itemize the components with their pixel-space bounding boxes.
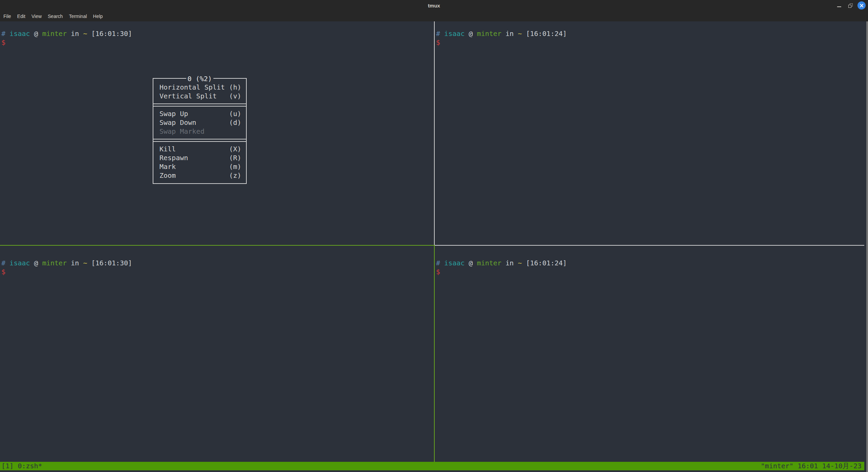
prompt-hash: # — [436, 259, 440, 267]
menubar-item-search[interactable]: Search — [45, 12, 66, 20]
menubar-item-terminal[interactable]: Terminal — [66, 12, 90, 20]
menubar-item-view[interactable]: View — [29, 12, 45, 20]
menu-item-label: Horizontal Split — [159, 83, 225, 92]
pane-bottom-right[interactable]: # isaac @ minter in ~ [16:01:24]$ — [436, 259, 567, 276]
minimize-button[interactable] — [835, 1, 843, 10]
prompt-hash: # — [436, 30, 440, 38]
menu-item-mark[interactable]: Mark (m) — [153, 162, 246, 171]
prompt-at: @ — [34, 30, 38, 38]
pane-bottom-left[interactable]: # isaac @ minter in ~ [16:01:30]$ — [1, 259, 132, 276]
status-session-window[interactable]: [1] 0:zsh* — [1, 462, 42, 470]
prompt-time: [16:01:24] — [526, 30, 567, 38]
menu-item-swap-down[interactable]: Swap Down (d) — [153, 118, 246, 127]
prompt-line: # isaac @ minter in ~ [16:01:30] — [1, 259, 132, 267]
window-title: tmux — [428, 3, 440, 8]
prompt-dollar: $ — [1, 268, 5, 276]
scrollbar[interactable] — [866, 21, 868, 472]
prompt-dollar: $ — [436, 38, 440, 46]
prompt-dollar: $ — [436, 268, 440, 276]
menu-item-key: (d) — [229, 118, 241, 127]
window-controls: × — [835, 0, 866, 11]
prompt-at: @ — [469, 259, 473, 267]
menu-item-key: (h) — [229, 83, 241, 92]
menubar-item-help[interactable]: Help — [90, 12, 106, 20]
menu-item-swap-up[interactable]: Swap Up (u) — [153, 109, 246, 118]
titlebar: tmux × — [0, 0, 868, 11]
menu-item-horizontal-split[interactable]: Horizontal Split (h) — [153, 83, 246, 92]
menubar-item-edit[interactable]: Edit — [14, 12, 29, 20]
prompt-user: isaac — [10, 30, 30, 38]
menu-item-label: Swap Down — [159, 118, 196, 127]
prompt-host: minter — [477, 259, 501, 267]
prompt-hash: # — [1, 259, 5, 267]
menu-item-swap-marked: Swap Marked — [153, 127, 246, 136]
menu-item-key: (z) — [229, 171, 241, 180]
prompt-in: in — [506, 259, 514, 267]
menu-item-label: Vertical Split — [159, 92, 217, 100]
tmux-window: { "window": { "title": "tmux", "close_gl… — [0, 0, 868, 472]
prompt-user: isaac — [444, 30, 465, 38]
maximize-button[interactable] — [846, 1, 854, 10]
prompt-at: @ — [34, 259, 38, 267]
pane-top-left[interactable]: # isaac @ minter in ~ [16:01:30]$ — [1, 29, 132, 47]
prompt-in: in — [506, 30, 514, 38]
prompt-line: $ — [436, 38, 567, 47]
prompt-in: in — [71, 30, 79, 38]
menu-item-label: Swap Up — [159, 109, 188, 118]
menubar: File Edit View Search Terminal Help — [0, 11, 868, 21]
menu-item-label: Swap Marked — [159, 127, 204, 136]
prompt-line: # isaac @ minter in ~ [16:01:30] — [1, 29, 132, 38]
prompt-path: ~ — [83, 30, 87, 38]
prompt-path: ~ — [518, 259, 522, 267]
close-button[interactable]: × — [857, 1, 866, 10]
menu-separator — [153, 136, 246, 145]
prompt-hash: # — [1, 30, 5, 38]
menu-item-key: (m) — [229, 162, 241, 171]
menu-item-label: Mark — [159, 162, 176, 171]
menu-item-label: Kill — [159, 145, 176, 153]
menubar-item-file[interactable]: File — [0, 12, 14, 20]
menu-item-kill[interactable]: Kill (X) — [153, 145, 246, 153]
prompt-line: $ — [436, 267, 567, 276]
prompt-line: # isaac @ minter in ~ [16:01:24] — [436, 259, 567, 267]
prompt-line: $ — [1, 267, 132, 276]
menu-item-label: Respawn — [159, 153, 188, 162]
prompt-path: ~ — [83, 259, 87, 267]
pane-top-right[interactable]: # isaac @ minter in ~ [16:01:24]$ — [436, 29, 567, 47]
pane-context-menu: 0 (%2) Horizontal Split (h) Vertical Spl… — [153, 78, 247, 184]
close-icon: × — [859, 2, 864, 9]
prompt-line: # isaac @ minter in ~ [16:01:24] — [436, 29, 567, 38]
pane-divider-horizontal-right[interactable] — [435, 245, 864, 246]
menu-item-respawn[interactable]: Respawn (R) — [153, 153, 246, 162]
menu-item-key: (X) — [229, 145, 241, 153]
pane-divider-vertical-active[interactable] — [434, 246, 435, 462]
prompt-user: isaac — [444, 259, 465, 267]
prompt-line: $ — [1, 38, 132, 47]
context-menu-body: Horizontal Split (h) Vertical Split (v) … — [153, 79, 246, 183]
context-menu-title: 0 (%2) — [186, 74, 213, 83]
menu-separator — [153, 100, 246, 109]
prompt-host: minter — [42, 259, 67, 267]
prompt-host: minter — [42, 30, 67, 38]
menu-item-zoom[interactable]: Zoom (z) — [153, 171, 246, 180]
prompt-host: minter — [477, 30, 501, 38]
prompt-path: ~ — [518, 30, 522, 38]
restore-icon — [848, 3, 853, 8]
prompt-time: [16:01:30] — [91, 30, 132, 38]
minimize-icon — [837, 6, 841, 7]
prompt-dollar: $ — [1, 38, 5, 46]
menu-item-key: (R) — [229, 153, 241, 162]
menu-item-label: Zoom — [159, 171, 176, 180]
prompt-user: isaac — [10, 259, 30, 267]
prompt-at: @ — [469, 30, 473, 38]
prompt-time: [16:01:24] — [526, 259, 567, 267]
prompt-in: in — [71, 259, 79, 267]
status-host-datetime: "minter" 16:01 14-10月-23 — [761, 462, 862, 470]
menu-item-vertical-split[interactable]: Vertical Split (v) — [153, 92, 246, 100]
pane-divider-horizontal-active[interactable] — [0, 245, 435, 246]
menu-item-key: (v) — [229, 92, 241, 100]
prompt-time: [16:01:30] — [91, 259, 132, 267]
tmux-status-bar: [1] 0:zsh* "minter" 16:01 14-10月-23 — [0, 462, 864, 470]
pane-divider-vertical-top[interactable] — [434, 21, 435, 245]
menu-item-key: (u) — [229, 109, 241, 118]
